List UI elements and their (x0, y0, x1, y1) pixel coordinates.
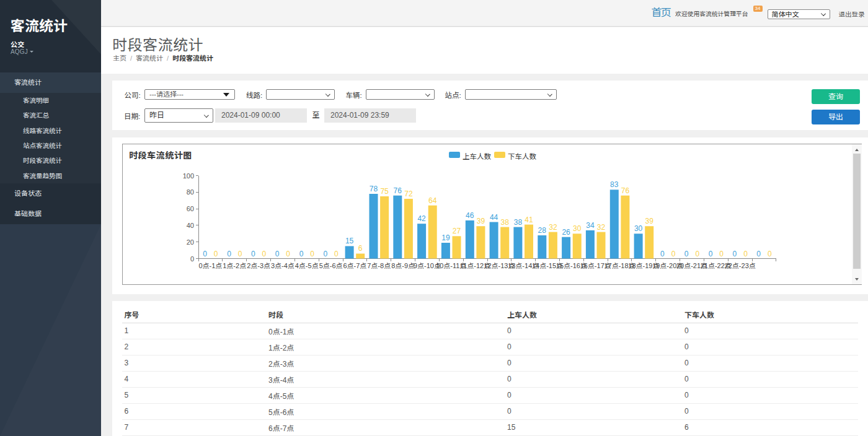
svg-text:0: 0 (684, 250, 689, 258)
svg-text:0: 0 (719, 250, 724, 258)
svg-text:0点-1点: 0点-1点 (198, 262, 222, 269)
svg-text:42: 42 (417, 214, 426, 223)
svg-text:76: 76 (621, 186, 630, 195)
svg-text:27: 27 (453, 227, 461, 235)
svg-text:44: 44 (490, 213, 498, 222)
svg-text:0: 0 (756, 250, 761, 258)
svg-text:78: 78 (370, 185, 378, 193)
svg-text:0: 0 (251, 250, 255, 258)
svg-text:0: 0 (733, 250, 737, 258)
svg-text:6: 6 (358, 244, 363, 253)
svg-text:0: 0 (299, 250, 304, 258)
svg-text:0: 0 (334, 250, 339, 258)
svg-text:64: 64 (428, 196, 437, 205)
svg-text:34: 34 (586, 221, 595, 230)
svg-text:0: 0 (671, 250, 676, 258)
svg-text:22点-23点: 22点-23点 (725, 262, 756, 269)
svg-text:19: 19 (441, 233, 450, 242)
svg-text:38: 38 (514, 218, 523, 227)
svg-text:0: 0 (238, 250, 242, 258)
svg-text:39: 39 (645, 217, 654, 225)
svg-text:72: 72 (404, 190, 413, 198)
svg-text:7点-8点: 7点-8点 (367, 262, 391, 269)
svg-text:15: 15 (345, 237, 354, 245)
svg-text:41: 41 (525, 216, 533, 224)
svg-text:0: 0 (227, 250, 231, 258)
svg-text:0: 0 (660, 250, 665, 258)
svg-text:30: 30 (573, 224, 582, 233)
svg-text:76: 76 (394, 186, 402, 195)
svg-text:0: 0 (275, 250, 280, 258)
svg-text:0: 0 (214, 250, 218, 258)
svg-text:80: 80 (187, 188, 194, 196)
svg-text:6点-7点: 6点-7点 (343, 262, 366, 269)
svg-text:0: 0 (695, 250, 699, 258)
svg-text:0: 0 (190, 255, 194, 263)
svg-text:20: 20 (187, 238, 194, 246)
svg-text:1点-2点: 1点-2点 (223, 262, 246, 269)
svg-text:0: 0 (310, 250, 314, 258)
svg-text:28: 28 (538, 226, 547, 235)
svg-text:0: 0 (323, 250, 327, 258)
svg-text:39: 39 (477, 217, 485, 225)
svg-text:4点-5点: 4点-5点 (295, 262, 319, 269)
svg-text:3点-4点: 3点-4点 (271, 262, 294, 269)
svg-text:40: 40 (187, 222, 194, 229)
svg-text:0: 0 (768, 250, 772, 258)
svg-text:38: 38 (501, 218, 510, 227)
svg-text:32: 32 (549, 223, 557, 232)
svg-text:0: 0 (286, 250, 290, 258)
svg-text:0: 0 (203, 250, 207, 258)
svg-text:0: 0 (262, 250, 267, 258)
svg-text:75: 75 (380, 187, 389, 196)
svg-text:0: 0 (743, 250, 748, 258)
svg-text:8点-9点: 8点-9点 (391, 262, 415, 269)
svg-text:26: 26 (562, 228, 570, 237)
svg-text:2点-3点: 2点-3点 (247, 262, 270, 269)
svg-text:83: 83 (610, 180, 619, 189)
svg-text:0: 0 (709, 250, 713, 258)
svg-text:46: 46 (466, 211, 474, 220)
svg-text:5点-6点: 5点-6点 (319, 262, 343, 269)
svg-text:60: 60 (187, 205, 194, 212)
svg-text:32: 32 (597, 223, 606, 232)
svg-text:30: 30 (634, 224, 643, 233)
svg-text:100: 100 (183, 172, 194, 180)
